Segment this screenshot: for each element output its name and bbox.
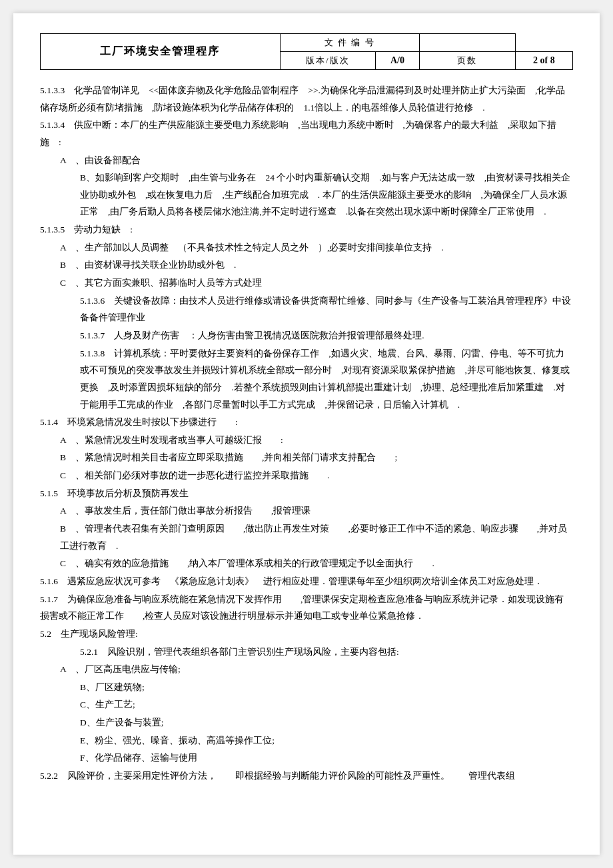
page-label: 页数 (419, 52, 515, 70)
content-section-515C: C 、确实有效的应急措施 ,纳入本厂管理体系或相关的行政管理规定予以全面执行 . (60, 555, 573, 572)
content-section-5133: 5.1.3.3 化学品管制详见 <<固体废弃物及化学危险品管制程序 >>.为确保… (40, 82, 573, 116)
content-section-514B: B 、紧急情况时相关目击者应立即采取措施 ,并向相关部门请求支持配合 ; (60, 449, 573, 466)
content-section-52: 5.2 生产现场风险管理: (40, 626, 573, 643)
content-section-515A: A 、事故发生后，责任部门做出事故分析报告 ,报管理课 (60, 502, 573, 520)
page-value: 2 of 8 (515, 52, 572, 70)
content-section-516: 5.1.6 遇紧应急应状况可参考 《紧急应急计划表》 进行相应处理．管理课每年至… (40, 573, 573, 590)
content-section-514C: C 、相关部门必须对事故的进一步恶化进行监控并采取措施 . (60, 467, 573, 484)
content-section-522: 5.2.2 风险评价，主要采用定性评价方法， 即根据经验与判断能力评价风险的可能… (40, 767, 573, 785)
content-section-521: 5.2.1 风险识别，管理代表组织各部门主管识别生产现场风险，主要内容包括: (80, 644, 573, 661)
document-page: 工厂环境安全管理程序 文 件 编 号 版本/版次 A/0 页数 2 of 8 5… (13, 13, 600, 855)
version-label: 版本/版次 (280, 52, 375, 70)
content-section-5135B: B 、由资材课寻找关联企业协助或外包 . (60, 256, 573, 274)
content-section-5135: 5.1.3.5 劳动力短缺 : (40, 221, 573, 238)
content-section-514: 5.1.4 环境紧急情况发生时按以下步骤进行 : (40, 414, 573, 431)
content-section-5134: 5.1.3.4 供应中断：本厂的生产供应能源主要受电力系统影响 ,当出现电力系统… (40, 117, 573, 151)
content-section-5135A: A 、生产部加以人员调整 （不具备技术性之特定人员之外 ）,必要时安排间接单位支… (60, 239, 573, 256)
content-section-515B: B 、管理者代表召集有关部门查明原因 ,做出防止再发生对策 ,必要时修正工作中不… (60, 520, 573, 554)
content-section-5135C: C 、其它方面实兼职、招募临时人员等方式处理 (60, 274, 573, 292)
doc-number-value (419, 34, 515, 52)
content-section-5134A: A 、由设备部配合 (60, 152, 573, 169)
content-section-5138: 5.1.3.8 计算机系统：平时要做好主要资料的备份保存工作 ,如遇火灾、地震、… (80, 345, 573, 414)
content-section-5137: 5.1.3.7 人身及财产伤害 ：人身伤害由警卫视情况送医院救治并报管理部最终处… (80, 327, 573, 344)
document-title: 工厂环境安全管理程序 (41, 34, 281, 70)
content-section-5136: 5.1.3.6 关键设备故障：由技术人员进行维修或请设备供货商帮忙维修、同时参与… (80, 292, 573, 326)
content-section-517: 5.1.7 为确保应急准备与响应系统能在紧急情况下发挥作用 ,管理课保安定期检查… (40, 591, 573, 625)
content-section-521F: F、化学品储存、运输与使用 (80, 749, 573, 767)
content-section-521E: E、粉尘、强光、噪音、振动、高温等操作工位; (80, 732, 573, 749)
document-header: 工厂环境安全管理程序 文 件 编 号 版本/版次 A/0 页数 2 of 8 (40, 33, 573, 70)
content-section-521C: C、生产工艺; (80, 696, 573, 713)
doc-number-label: 文 件 编 号 (280, 34, 419, 52)
content-section-521B: B、厂区建筑物; (80, 679, 573, 696)
content-section-521D: D、生产设备与装置; (80, 714, 573, 731)
content-section-5134B: B、如影响到客户交期时 ,由生管与业务在 24 个小时内重新确认交期 .如与客户… (80, 169, 573, 220)
document-content: 5.1.3.3 化学品管制详见 <<固体废弃物及化学危险品管制程序 >>.为确保… (40, 82, 573, 785)
content-section-521A: A 、厂区高压电供应与传输; (60, 661, 573, 678)
content-section-514A: A 、紧急情况发生时发现者或当事人可越级汇报 : (60, 432, 573, 449)
version-value: A/0 (375, 52, 419, 70)
content-section-515: 5.1.5 环境事故后分析及预防再发生 (40, 485, 573, 502)
